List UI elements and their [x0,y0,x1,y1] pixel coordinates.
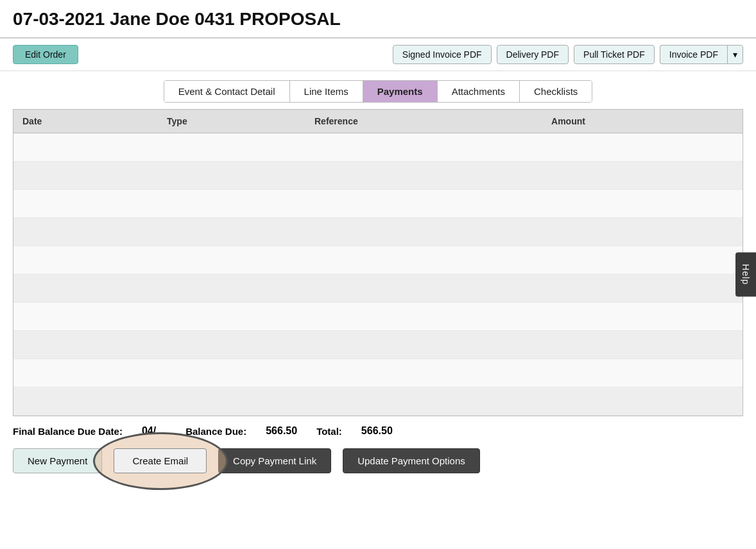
table-row [13,359,743,387]
cell-reference [305,359,542,387]
table-row [13,331,743,359]
table-row [13,162,743,190]
cell-reference [305,387,542,416]
cell-amount [542,162,743,190]
cell-reference [305,218,542,246]
total-label: Total: [316,426,342,437]
cell-amount [542,303,743,331]
table-row [13,303,743,331]
tabs: Event & Contact Detail Line Items Paymen… [164,80,593,103]
cell-reference [305,246,542,274]
table-row [13,190,743,218]
cell-reference [305,162,542,190]
cell-date [13,190,158,218]
cell-reference [305,274,542,303]
toolbar: Edit Order Signed Invoice PDF Delivery P… [0,38,756,71]
tab-event-contact[interactable]: Event & Contact Detail [164,81,290,102]
cell-date [13,133,158,162]
cell-amount [542,190,743,218]
cell-reference [305,331,542,359]
invoice-pdf-split: Invoice PDF ▾ [660,45,743,64]
total-value: 566.50 [361,425,393,437]
cell-amount [542,387,743,416]
table-row [13,218,743,246]
cell-reference [305,303,542,331]
cell-amount [542,274,743,303]
cell-type [158,133,305,162]
cell-date [13,274,158,303]
col-type: Type [158,110,305,133]
cell-amount [542,133,743,162]
page-header: 07-03-2021 Jane Doe 0431 PROPOSAL [0,0,756,38]
cell-date [13,246,158,274]
cell-amount [542,359,743,387]
balance-due-date-value: 04/… [142,425,166,437]
balance-due-date-label: Final Balance Due Date: [13,426,123,437]
tabs-container: Event & Contact Detail Line Items Paymen… [0,71,756,109]
new-payment-button[interactable]: New Payment [13,448,102,473]
cell-reference [305,190,542,218]
pull-ticket-pdf-button[interactable]: Pull Ticket PDF [574,45,655,64]
balance-due-label: Balance Due: [185,426,246,437]
table-row [13,387,743,416]
invoice-pdf-button[interactable]: Invoice PDF [660,45,727,64]
edit-order-button[interactable]: Edit Order [13,45,78,64]
table-header-row: Date Type Reference Amount [13,110,743,133]
toolbar-left: Edit Order [13,45,386,64]
payments-table-container: Date Type Reference Amount [13,109,743,416]
col-amount: Amount [542,110,743,133]
invoice-pdf-dropdown-button[interactable]: ▾ [727,45,743,64]
toolbar-right: Signed Invoice PDF Delivery PDF Pull Tic… [393,45,743,64]
cell-type [158,246,305,274]
cell-type [158,274,305,303]
action-buttons: New Payment Create Email Copy Payment Li… [0,442,756,486]
cell-amount [542,218,743,246]
cell-reference [305,133,542,162]
cell-type [158,387,305,416]
balance-due-value: 566.50 [266,425,297,437]
table-row [13,133,743,162]
page-title: 07-03-2021 Jane Doe 0431 PROPOSAL [13,9,743,30]
cell-type [158,359,305,387]
cell-amount [542,246,743,274]
table-row [13,274,743,303]
tab-attachments[interactable]: Attachments [438,81,520,102]
cell-date [13,331,158,359]
tab-payments[interactable]: Payments [363,81,438,102]
tab-line-items[interactable]: Line Items [290,81,363,102]
cell-date [13,303,158,331]
table-body [13,133,743,416]
cell-date [13,162,158,190]
delivery-pdf-button[interactable]: Delivery PDF [497,45,569,64]
cell-date [13,359,158,387]
footer-info: Final Balance Due Date: 04/… Balance Due… [0,416,756,442]
cell-date [13,387,158,416]
cell-type [158,190,305,218]
help-button[interactable]: Help [735,253,756,297]
create-email-button[interactable]: Create Email [114,448,207,473]
cell-type [158,162,305,190]
signed-invoice-pdf-button[interactable]: Signed Invoice PDF [393,45,492,64]
table-row [13,246,743,274]
col-date: Date [13,110,158,133]
copy-payment-link-button[interactable]: Copy Payment Link [218,448,331,473]
payments-table: Date Type Reference Amount [13,110,743,416]
update-payment-options-button[interactable]: Update Payment Options [343,448,480,473]
col-reference: Reference [305,110,542,133]
cell-type [158,331,305,359]
cell-type [158,303,305,331]
cell-type [158,218,305,246]
cell-amount [542,331,743,359]
tab-checklists[interactable]: Checklists [520,81,592,102]
cell-date [13,218,158,246]
create-email-wrapper: Create Email [114,448,207,473]
